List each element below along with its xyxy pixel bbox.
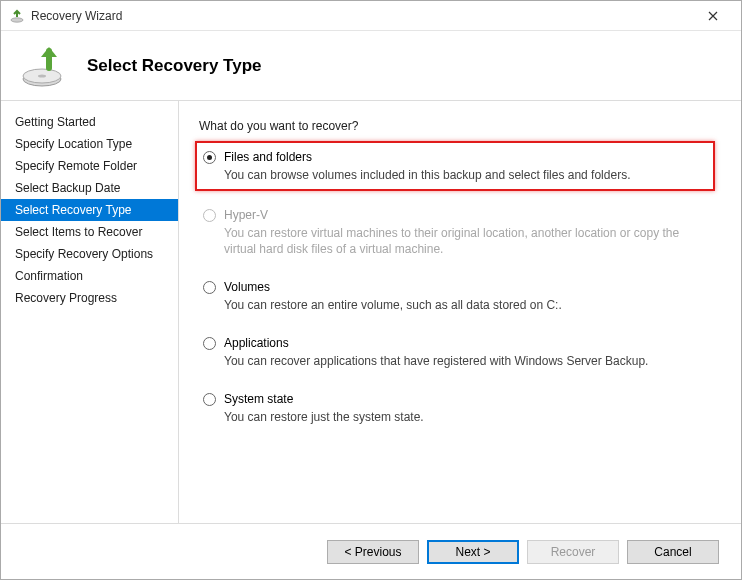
step-select-recovery-type[interactable]: Select Recovery Type — [1, 199, 178, 221]
content-panel: What do you want to recover? Files and f… — [179, 101, 741, 523]
option-desc: You can restore just the system state. — [224, 409, 711, 425]
cancel-button[interactable]: Cancel — [627, 540, 719, 564]
radio-applications[interactable] — [203, 337, 216, 350]
step-select-backup-date[interactable]: Select Backup Date — [1, 177, 178, 199]
option-desc: You can recover applications that have r… — [224, 353, 711, 369]
steps-sidebar: Getting StartedSpecify Location TypeSpec… — [1, 101, 179, 523]
option-title: Hyper-V — [224, 207, 711, 223]
step-specify-location-type[interactable]: Specify Location Type — [1, 133, 178, 155]
option-body: Files and foldersYou can browse volumes … — [224, 149, 707, 183]
option-body: VolumesYou can restore an entire volume,… — [224, 279, 711, 313]
close-button[interactable] — [690, 2, 735, 30]
svg-point-0 — [11, 17, 23, 21]
radio-system-state[interactable] — [203, 393, 216, 406]
option-desc: You can restore an entire volume, such a… — [224, 297, 711, 313]
prompt-text: What do you want to recover? — [199, 119, 715, 133]
page-title: Select Recovery Type — [87, 56, 262, 76]
option-title: Volumes — [224, 279, 711, 295]
next-button[interactable]: Next > — [427, 540, 519, 564]
step-specify-remote-folder[interactable]: Specify Remote Folder — [1, 155, 178, 177]
step-recovery-progress[interactable]: Recovery Progress — [1, 287, 178, 309]
step-confirmation[interactable]: Confirmation — [1, 265, 178, 287]
svg-point-3 — [38, 74, 46, 77]
option-body: Hyper-VYou can restore virtual machines … — [224, 207, 711, 257]
option-system-state[interactable]: System stateYou can restore just the sys… — [199, 389, 715, 427]
option-body: System stateYou can restore just the sys… — [224, 391, 711, 425]
option-volumes[interactable]: VolumesYou can restore an entire volume,… — [199, 277, 715, 315]
step-getting-started[interactable]: Getting Started — [1, 111, 178, 133]
option-body: ApplicationsYou can recover applications… — [224, 335, 711, 369]
option-files-folders[interactable]: Files and foldersYou can browse volumes … — [195, 141, 715, 191]
previous-button[interactable]: < Previous — [327, 540, 419, 564]
radio-files-folders[interactable] — [203, 151, 216, 164]
options-group: Files and foldersYou can browse volumes … — [199, 141, 715, 427]
recovery-wizard-window: Recovery Wizard Select Recovery Type Get… — [0, 0, 742, 580]
window-title: Recovery Wizard — [31, 9, 690, 23]
recover-button: Recover — [527, 540, 619, 564]
step-specify-recovery-options[interactable]: Specify Recovery Options — [1, 243, 178, 265]
option-applications[interactable]: ApplicationsYou can recover applications… — [199, 333, 715, 371]
option-hyperv: Hyper-VYou can restore virtual machines … — [199, 205, 715, 259]
option-desc: You can browse volumes included in this … — [224, 167, 707, 183]
app-icon — [9, 8, 25, 24]
option-title: Applications — [224, 335, 711, 351]
radio-volumes[interactable] — [203, 281, 216, 294]
option-desc: You can restore virtual machines to thei… — [224, 225, 711, 257]
wizard-header: Select Recovery Type — [1, 31, 741, 101]
option-title: System state — [224, 391, 711, 407]
recovery-icon — [19, 41, 69, 91]
option-title: Files and folders — [224, 149, 707, 165]
wizard-body: Getting StartedSpecify Location TypeSpec… — [1, 101, 741, 523]
titlebar: Recovery Wizard — [1, 1, 741, 31]
step-select-items-to-recover[interactable]: Select Items to Recover — [1, 221, 178, 243]
radio-hyperv — [203, 209, 216, 222]
wizard-footer: < Previous Next > Recover Cancel — [1, 523, 741, 579]
